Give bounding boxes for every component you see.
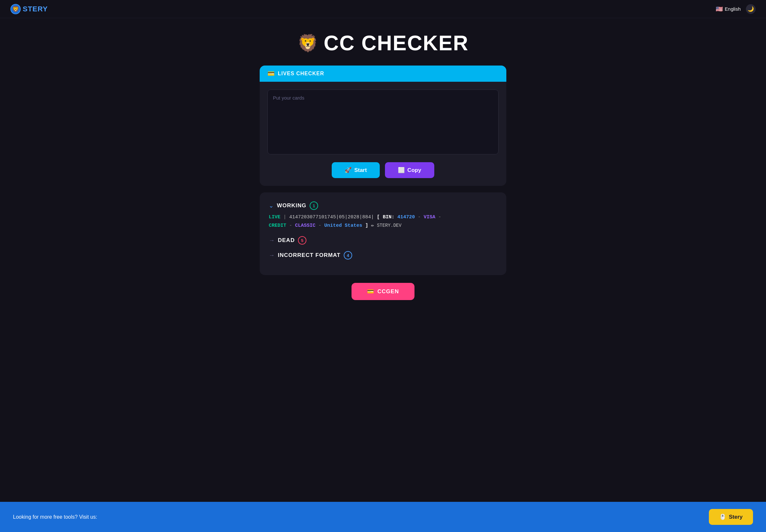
header-right: 🇺🇸 English 🌙	[716, 4, 756, 14]
footer: Looking for more free tools? Visit us: 🖱…	[0, 502, 766, 532]
bracket-close: ]	[365, 223, 368, 228]
header: 🦁 STERY 🇺🇸 English 🌙	[0, 0, 766, 18]
moon-icon: 🌙	[748, 6, 754, 12]
logo-icon: 🦁	[10, 4, 21, 14]
working-badge: 1	[310, 201, 318, 210]
tab-bar: 💳 LIVES CHECKER	[260, 66, 506, 82]
language-selector[interactable]: 🇺🇸 English	[716, 6, 741, 13]
dark-mode-button[interactable]: 🌙	[746, 4, 756, 14]
copy-label: Copy	[407, 167, 421, 174]
bin-value: 414720	[397, 214, 415, 220]
bin-bracket-open: [	[377, 214, 380, 220]
working-header: ⌄ WORKING 1	[269, 201, 497, 210]
ccgen-button[interactable]: 💳 CCGEN	[351, 283, 415, 300]
live-result-line: LIVE | 4147203077101745|05|2028|884| [ B…	[269, 213, 497, 230]
page-title: CC CHECKER	[323, 31, 469, 55]
stery-label: Stery	[729, 514, 743, 520]
working-section: ⌄ WORKING 1 LIVE | 4147203077101745|05|2…	[269, 201, 497, 230]
card-number: 4147203077101745|05|2028|884|	[289, 214, 374, 220]
dead-badge: 5	[298, 236, 306, 245]
sep1: -	[418, 214, 424, 220]
cards-textarea[interactable]	[267, 90, 499, 154]
sep3: -	[289, 223, 295, 228]
logo-text: STERY	[23, 5, 48, 13]
logo-area: 🦁 STERY	[10, 4, 48, 14]
credit-label: CREDIT	[269, 223, 286, 228]
lion-emoji: 🦁	[297, 35, 318, 52]
copy-button[interactable]: ⬜ Copy	[385, 162, 434, 178]
footer-text: Looking for more free tools? Visit us:	[13, 514, 97, 520]
dead-label: DEAD	[278, 237, 295, 244]
page-title-area: 🦁 CC CHECKER	[297, 31, 469, 55]
ccgen-card-icon: 💳	[367, 288, 374, 295]
cursor-icon: 🖱️	[719, 514, 726, 520]
copy-icon: ⬜	[398, 167, 405, 174]
language-label: English	[725, 6, 741, 12]
incorrect-section: → INCORRECT FORMAT 4	[269, 251, 497, 260]
live-tag: LIVE	[269, 214, 280, 220]
tab-label: LIVES CHECKER	[278, 71, 324, 77]
svg-text:🦁: 🦁	[12, 6, 19, 13]
sep4: -	[318, 223, 324, 228]
textarea-wrapper	[267, 90, 499, 156]
button-row: 🚀 Start ⬜ Copy	[267, 162, 499, 178]
pencil-icon: ✏️	[371, 223, 374, 228]
country-label: United States	[324, 223, 362, 228]
flag-icon: 🇺🇸	[716, 6, 723, 13]
bin-label: BIN:	[383, 214, 395, 220]
dead-section: → DEAD 5	[269, 236, 497, 245]
pipe1: |	[283, 214, 289, 220]
incorrect-label: INCORRECT FORMAT	[278, 252, 340, 259]
ccgen-label: CCGEN	[377, 288, 399, 295]
checker-card: 💳 LIVES CHECKER 🚀 Start ⬜ Copy	[260, 66, 506, 186]
incorrect-header: → INCORRECT FORMAT 4	[269, 251, 497, 260]
incorrect-arrow-icon: →	[269, 252, 274, 259]
start-label: Start	[354, 167, 367, 174]
results-card: ⌄ WORKING 1 LIVE | 4147203077101745|05|2…	[260, 192, 506, 275]
classic-label: CLASSIC	[295, 223, 315, 228]
working-arrow-icon: ⌄	[269, 202, 273, 209]
start-button[interactable]: 🚀 Start	[332, 162, 380, 178]
visa-label: VISA	[424, 214, 435, 220]
rocket-icon: 🚀	[345, 167, 351, 174]
working-label: WORKING	[277, 202, 306, 209]
sep2: -	[438, 214, 441, 220]
dead-header: → DEAD 5	[269, 236, 497, 245]
incorrect-badge: 4	[344, 251, 352, 260]
stery-button[interactable]: 🖱️ Stery	[709, 509, 753, 525]
card-body: 🚀 Start ⬜ Copy	[260, 82, 506, 186]
tab-icon: 💳	[267, 70, 274, 77]
site-tag: STERY.DEV	[377, 223, 402, 228]
dead-arrow-icon: →	[269, 237, 274, 244]
main-content: 🦁 CC CHECKER 💳 LIVES CHECKER 🚀 Start ⬜ C…	[0, 18, 766, 502]
